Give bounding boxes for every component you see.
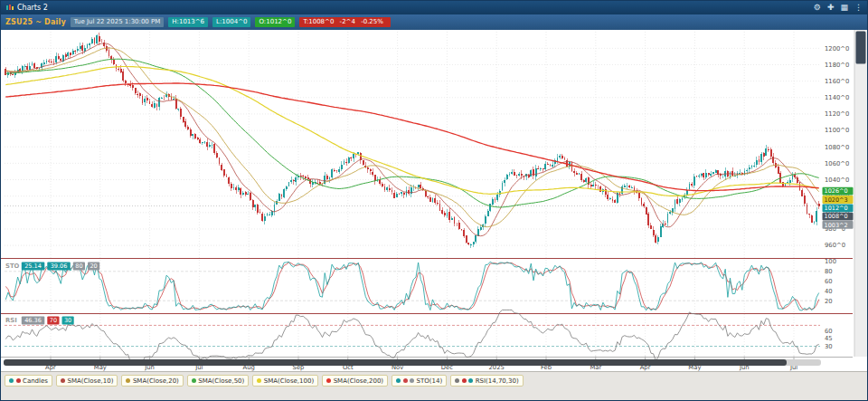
- session-high-chip: H:1013^6: [168, 17, 208, 27]
- svg-text:60: 60: [825, 278, 833, 285]
- svg-text:1160^0: 1160^0: [825, 78, 849, 85]
- svg-text:80: 80: [75, 263, 82, 270]
- legend-item-sma-close-10[interactable]: SMA(Close,10): [56, 375, 118, 387]
- legend-item-label: SMA(Close,20): [133, 377, 179, 385]
- series-color-dot: [126, 378, 130, 383]
- svg-text:1060^0: 1060^0: [825, 160, 849, 167]
- legend-item-candles[interactable]: Candles: [5, 375, 52, 387]
- svg-text:45: 45: [825, 335, 833, 342]
- settings-gear-icon[interactable]: ⚙: [814, 4, 821, 12]
- svg-text:1200^0: 1200^0: [825, 45, 849, 53]
- svg-text:1120^0: 1120^0: [825, 110, 849, 118]
- series-color-dot: [257, 378, 261, 383]
- session-low-chip: L:1004^0: [212, 17, 250, 27]
- svg-text:60: 60: [825, 328, 833, 335]
- add-panel-icon[interactable]: ✚: [827, 4, 835, 12]
- more-options-icon[interactable]: ⋮: [854, 4, 863, 12]
- svg-text:1080^0: 1080^0: [825, 144, 849, 151]
- legend-item-sma-close-200[interactable]: SMA(Close,200): [322, 375, 388, 387]
- svg-text:960^0: 960^0: [825, 242, 845, 249]
- chart-app-icon: [5, 4, 14, 12]
- series-color-dot: [16, 378, 21, 383]
- series-color-dot: [396, 378, 401, 383]
- series-color-dot: [462, 378, 467, 383]
- svg-text:40: 40: [825, 288, 833, 295]
- indicator-legend: CandlesSMA(Close,10)SMA(Close,20)SMA(Clo…: [1, 371, 867, 400]
- series-color-dot: [410, 378, 414, 383]
- legend-item-label: SMA(Close,50): [198, 377, 244, 385]
- svg-text:39.06: 39.06: [51, 263, 68, 270]
- chart-canvas[interactable]: AprMayJunJulAugSepOctNovDec2025FebMarApr…: [1, 30, 867, 371]
- svg-text:1026^0: 1026^0: [825, 187, 848, 195]
- svg-text:1180^0: 1180^0: [825, 62, 849, 69]
- grid-layout-icon[interactable]: ▦: [840, 4, 848, 12]
- titlebar-icons: ⚙✚▦⋮: [814, 4, 863, 12]
- window-titlebar: Charts 2 ⚙✚▦⋮: [1, 1, 867, 14]
- window-title: Charts 2: [17, 4, 48, 12]
- svg-text:1040^0: 1040^0: [825, 177, 849, 184]
- svg-text:100: 100: [825, 258, 836, 265]
- price-change: -2^4: [340, 18, 355, 25]
- svg-text:RSI: RSI: [5, 317, 17, 324]
- svg-text:1100^0: 1100^0: [825, 127, 849, 134]
- legend-item-label: STO(14): [417, 377, 443, 385]
- legend-item-sma-close-100[interactable]: SMA(Close,100): [252, 375, 318, 387]
- svg-text:25.14: 25.14: [24, 263, 42, 270]
- timestamp-chip: Tue Jul 22 2025 1:30:00 PM: [71, 17, 165, 27]
- series-color-dot: [192, 378, 196, 383]
- legend-item-label: SMA(Close,200): [334, 377, 383, 385]
- last-price-chip: T:1008^0 -2^4 -0.25%: [299, 17, 391, 27]
- legend-item-label: RSI(14,70,30): [476, 377, 519, 385]
- chart-toolbar: ZSU25 ~ Daily Tue Jul 22 2025 1:30:00 PM…: [1, 14, 867, 30]
- series-color-dot: [9, 378, 14, 383]
- svg-text:1012^0: 1012^0: [825, 205, 848, 212]
- svg-text:70: 70: [50, 317, 57, 324]
- legend-item-sma-close-20[interactable]: SMA(Close,20): [121, 375, 183, 387]
- symbol-period-label[interactable]: ZSU25 ~ Daily: [5, 18, 66, 26]
- legend-item-label: SMA(Close,100): [264, 377, 314, 385]
- series-color-dot: [455, 378, 459, 383]
- svg-text:STO: STO: [5, 263, 20, 270]
- svg-text:20: 20: [90, 263, 97, 270]
- svg-text:46.36: 46.36: [24, 317, 42, 324]
- last-price: T:1008^0: [303, 18, 334, 25]
- price-change-pct: -0.25%: [361, 18, 383, 25]
- chart-window: Charts 2 ⚙✚▦⋮ ZSU25 ~ Daily Tue Jul 22 2…: [0, 0, 868, 401]
- series-color-dot: [61, 378, 65, 383]
- legend-item-rsi-14-70-30[interactable]: RSI(14,70,30): [450, 375, 524, 387]
- legend-item-sto-14[interactable]: STO(14): [392, 375, 447, 387]
- series-color-dot: [468, 378, 473, 383]
- svg-text:1008^0: 1008^0: [825, 213, 848, 220]
- svg-text:1020^3: 1020^3: [825, 196, 848, 204]
- series-color-dot: [326, 378, 331, 383]
- series-color-dot: [403, 378, 408, 383]
- legend-item-label: SMA(Close,10): [67, 377, 113, 385]
- legend-item-sma-close-50[interactable]: SMA(Close,50): [187, 375, 249, 387]
- legend-item-label: Candles: [23, 377, 48, 385]
- open-price-chip: O:1012^0: [255, 17, 295, 27]
- chart-area[interactable]: AprMayJunJulAugSepOctNovDec2025FebMarApr…: [1, 30, 867, 371]
- svg-text:80: 80: [825, 268, 833, 275]
- svg-text:30: 30: [64, 317, 71, 324]
- svg-text:30: 30: [825, 343, 833, 350]
- svg-text:1140^0: 1140^0: [825, 94, 849, 101]
- svg-text:20: 20: [825, 298, 833, 305]
- svg-text:1003^2: 1003^2: [825, 222, 848, 229]
